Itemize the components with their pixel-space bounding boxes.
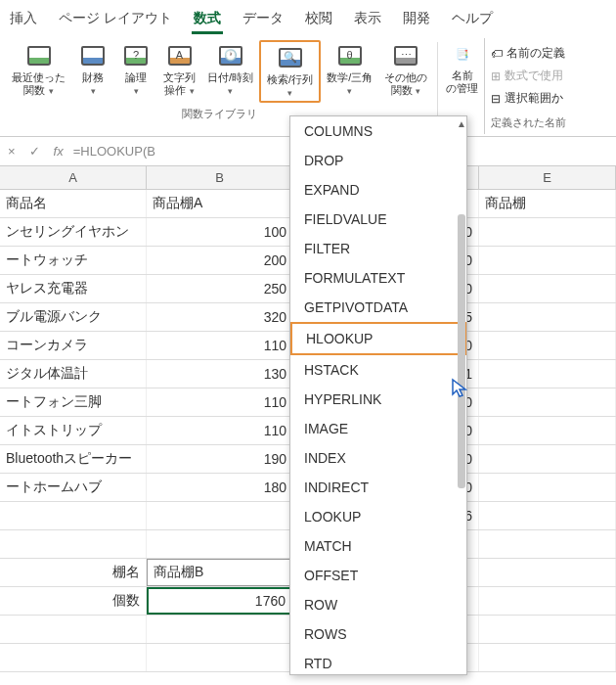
recent-functions-button[interactable]: 最近使った関数 ▾: [6, 40, 71, 103]
cell[interactable]: 100: [147, 218, 293, 246]
column-header[interactable]: E: [479, 166, 616, 189]
cell[interactable]: 180: [147, 474, 293, 501]
cell[interactable]: [479, 530, 616, 558]
cell[interactable]: [479, 360, 616, 388]
datetime-button[interactable]: 🕐 日付/時刻▾: [201, 40, 259, 103]
active-cell[interactable]: 1760: [147, 587, 293, 615]
insert-function-button[interactable]: fx: [50, 144, 67, 159]
cell[interactable]: 320: [147, 303, 293, 331]
financial-button[interactable]: 財務▾: [71, 40, 114, 103]
cell[interactable]: 190: [147, 445, 293, 473]
dropdown-item-hyperlink[interactable]: HYPERLINK: [290, 385, 466, 414]
cell[interactable]: 商品棚A: [147, 190, 293, 217]
use-in-formula-button[interactable]: ⊞数式で使用: [491, 65, 566, 87]
cell[interactable]: [479, 502, 616, 529]
cell[interactable]: [479, 445, 616, 473]
cell[interactable]: [479, 587, 616, 615]
cell[interactable]: [479, 247, 616, 274]
cell[interactable]: [479, 332, 616, 359]
cell[interactable]: 130: [147, 360, 293, 388]
dropdown-item-formulatext[interactable]: FORMULATEXT: [290, 263, 466, 293]
cell[interactable]: [147, 502, 293, 529]
cell[interactable]: ジタル体温計: [0, 360, 147, 388]
math-trig-button[interactable]: θ 数学/三角▾: [321, 40, 378, 103]
cell[interactable]: Bluetoothスピーカー: [0, 445, 147, 473]
cell[interactable]: 個数: [0, 587, 147, 615]
dropdown-item-match[interactable]: MATCH: [290, 531, 466, 561]
cell[interactable]: コーンカメラ: [0, 332, 147, 359]
cell[interactable]: ートホームハブ: [0, 474, 147, 501]
cell[interactable]: [479, 388, 616, 416]
cell[interactable]: 110: [147, 417, 293, 444]
cell[interactable]: ンセリングイヤホン: [0, 218, 147, 246]
cell[interactable]: ートウォッチ: [0, 247, 147, 274]
selection-icon: ⊟: [491, 92, 501, 106]
chevron-down-icon: ▾: [228, 86, 233, 96]
lookup-reference-button[interactable]: 🔍 検索/行列▾: [259, 40, 321, 103]
dropdown-item-index[interactable]: INDEX: [290, 443, 466, 473]
cell[interactable]: ブル電源バンク: [0, 303, 147, 331]
dropdown-item-drop[interactable]: DROP: [290, 146, 466, 175]
cell[interactable]: 商品名: [0, 190, 147, 217]
cancel-formula-button[interactable]: ×: [4, 144, 20, 159]
dropdown-item-hlookup[interactable]: HLOOKUP: [290, 322, 466, 355]
function-dropdown: ▲ COLUMNSDROPEXPANDFIELDVALUEFILTERFORMU…: [289, 115, 467, 675]
column-header[interactable]: A: [0, 166, 147, 189]
cell[interactable]: イトストリップ: [0, 417, 147, 444]
dropdown-item-lookup[interactable]: LOOKUP: [290, 502, 466, 531]
dropdown-item-rows[interactable]: ROWS: [290, 619, 466, 649]
chevron-down-icon: ▾: [91, 86, 96, 96]
dropdown-item-getpivotdata[interactable]: GETPIVOTDATA: [290, 293, 466, 322]
dropdown-item-offset[interactable]: OFFSET: [290, 561, 466, 590]
tab-view[interactable]: 表示: [352, 6, 383, 34]
cell[interactable]: 棚名: [0, 559, 147, 586]
dropdown-item-indirect[interactable]: INDIRECT: [290, 473, 466, 502]
tab-formulas[interactable]: 数式: [192, 6, 223, 34]
cell[interactable]: ートフォン三脚: [0, 388, 147, 416]
cell[interactable]: [479, 303, 616, 331]
dropdown-item-fieldvalue[interactable]: FIELDVALUE: [290, 205, 466, 234]
logical-button[interactable]: ? 論理▾: [114, 40, 157, 103]
tab-help[interactable]: ヘルプ: [450, 6, 495, 34]
dropdown-item-row[interactable]: ROW: [290, 590, 466, 619]
cell[interactable]: 商品棚: [479, 190, 616, 217]
cell[interactable]: [479, 275, 616, 302]
dropdown-item-image[interactable]: IMAGE: [290, 414, 466, 443]
text-button[interactable]: A 文字列操作 ▾: [157, 40, 201, 103]
define-name-button[interactable]: 🏷名前の定義: [491, 42, 566, 65]
confirm-formula-button[interactable]: ✓: [25, 144, 44, 159]
cell[interactable]: [479, 218, 616, 246]
create-from-selection-button[interactable]: ⊟選択範囲か: [491, 87, 566, 110]
mouse-cursor: [450, 378, 471, 403]
cell[interactable]: [0, 530, 147, 558]
cell[interactable]: [479, 474, 616, 501]
cell[interactable]: ヤレス充電器: [0, 275, 147, 302]
cell[interactable]: 110: [147, 388, 293, 416]
cell[interactable]: [147, 530, 293, 558]
tab-developer[interactable]: 開発: [401, 6, 432, 34]
column-header[interactable]: B: [147, 166, 293, 189]
dropdown-item-expand[interactable]: EXPAND: [290, 175, 466, 205]
more-functions-button[interactable]: ⋯ その他の関数 ▾: [378, 40, 433, 103]
tab-insert[interactable]: 挿入: [8, 6, 39, 34]
dropdown-item-hstack[interactable]: HSTACK: [290, 355, 466, 385]
book-icon: ⋯: [392, 42, 419, 69]
tab-review[interactable]: 校閲: [303, 6, 334, 34]
cell[interactable]: 110: [147, 332, 293, 359]
chevron-down-icon: ▾: [49, 86, 54, 96]
dropdown-item-rtd[interactable]: RTD: [290, 649, 466, 674]
dropdown-item-filter[interactable]: FILTER: [290, 234, 466, 263]
scrollbar[interactable]: [458, 214, 465, 488]
chevron-down-icon: ▾: [287, 88, 292, 98]
dropdown-item-columns[interactable]: COLUMNS: [290, 116, 466, 146]
cell[interactable]: [0, 502, 147, 529]
cell[interactable]: 250: [147, 275, 293, 302]
tab-data[interactable]: データ: [241, 6, 286, 34]
tab-page-layout[interactable]: ページ レイアウト: [57, 6, 174, 34]
book-icon: A: [166, 42, 194, 69]
cell[interactable]: 200: [147, 247, 293, 274]
cell[interactable]: 商品棚B: [147, 559, 293, 586]
cell[interactable]: [479, 559, 616, 586]
scroll-up-icon[interactable]: ▲: [457, 118, 466, 129]
cell[interactable]: [479, 417, 616, 444]
